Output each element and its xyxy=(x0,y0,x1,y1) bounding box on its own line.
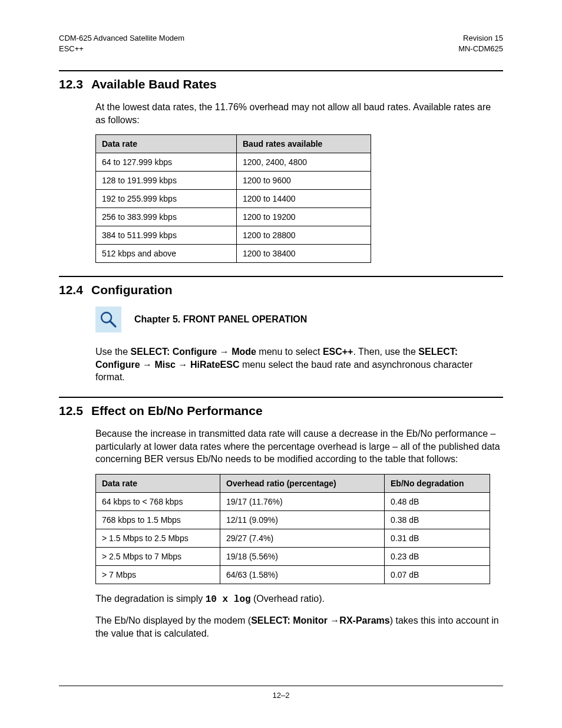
table-cell: 1200 to 38400 xyxy=(237,245,371,263)
table-cell: 1200 to 19200 xyxy=(237,208,371,226)
table-cell: 0.07 dB xyxy=(385,565,490,584)
table-cell: 1200, 2400, 4800 xyxy=(237,153,371,172)
footer-rule xyxy=(59,686,503,686)
table-row: 512 kbps and above1200 to 38400 xyxy=(96,245,371,263)
table-cell: 512 kbps and above xyxy=(96,245,237,263)
section-number: 12.5 xyxy=(59,404,91,418)
table-header: Eb/No degradation xyxy=(385,474,490,492)
magnifier-icon xyxy=(95,307,121,332)
arrow-icon: → xyxy=(220,347,229,357)
table-cell: 12/11 (9.09%) xyxy=(220,510,385,529)
table-cell: 0.48 dB xyxy=(385,492,490,510)
table-cell: 64 kbps to < 768 kbps xyxy=(96,492,220,510)
table-row: > 7 Mbps64/63 (1.58%)0.07 dB xyxy=(96,565,490,584)
table-cell: > 1.5 Mbps to 2.5 Mbps xyxy=(96,529,220,547)
table-cell: 128 to 191.999 kbps xyxy=(96,172,237,190)
table-cell: 19/18 (5.56%) xyxy=(220,547,385,565)
arrow-icon: → xyxy=(330,615,339,625)
intro-text: Because the increase in transmitted data… xyxy=(95,427,503,466)
section-title: Available Baud Rates xyxy=(91,77,217,91)
section-number: 12.4 xyxy=(59,283,91,297)
section-title: Effect on Eb/No Performance xyxy=(91,404,263,418)
page-footer: 12–2 xyxy=(59,686,503,700)
table-row: 64 to 127.999 kbps1200, 2400, 4800 xyxy=(96,153,371,172)
table-cell: 1200 to 9600 xyxy=(237,172,371,190)
table-cell: 19/17 (11.76%) xyxy=(220,492,385,510)
table-cell: > 2.5 Mbps to 7 Mbps xyxy=(96,547,220,565)
header-revision: Revision 15 xyxy=(458,33,503,44)
table-header: Data rate xyxy=(96,474,220,492)
section-rule xyxy=(59,70,503,71)
table-row: 128 to 191.999 kbps1200 to 9600 xyxy=(96,172,371,190)
section-heading-12-4: 12.4 Configuration xyxy=(59,283,503,297)
config-instruction: Use the SELECT: Configure → Mode menu to… xyxy=(95,345,503,384)
table-row: 256 to 383.999 kbps1200 to 19200 xyxy=(96,208,371,226)
table-cell: > 7 Mbps xyxy=(96,565,220,584)
table-cell: 29/27 (7.4%) xyxy=(220,529,385,547)
table-row: 768 kbps to 1.5 Mbps12/11 (9.09%)0.38 dB xyxy=(96,510,490,529)
page-header: CDM-625 Advanced Satellite Modem ESC++ R… xyxy=(59,33,503,54)
header-doc-title: CDM-625 Advanced Satellite Modem xyxy=(59,33,184,44)
table-cell: 0.31 dB xyxy=(385,529,490,547)
section-body-12-3: At the lowest data rates, the 11.76% ove… xyxy=(95,101,503,263)
page-number: 12–2 xyxy=(59,691,503,700)
degradation-table: Data rate Overhead ratio (percentage) Eb… xyxy=(95,474,490,584)
section-body-12-4: Chapter 5. FRONT PANEL OPERATION Use the… xyxy=(95,307,503,384)
arrow-icon: → xyxy=(143,360,152,370)
header-left: CDM-625 Advanced Satellite Modem ESC++ xyxy=(59,33,184,54)
table-cell: 192 to 255.999 kbps xyxy=(96,190,237,208)
section-heading-12-5: 12.5 Effect on Eb/No Performance xyxy=(59,404,503,418)
section-title: Configuration xyxy=(91,283,173,297)
table-cell: 1200 to 14400 xyxy=(237,190,371,208)
section-rule xyxy=(59,276,503,277)
table-header: Overhead ratio (percentage) xyxy=(220,474,385,492)
table-cell: 0.23 dB xyxy=(385,547,490,565)
section-number: 12.3 xyxy=(59,77,91,91)
section-heading-12-3: 12.3 Available Baud Rates xyxy=(59,77,503,91)
table-cell: 384 to 511.999 kbps xyxy=(96,226,237,245)
table-cell: 64/63 (1.58%) xyxy=(220,565,385,584)
table-row: > 2.5 Mbps to 7 Mbps19/18 (5.56%)0.23 dB xyxy=(96,547,490,565)
table-cell: 768 kbps to 1.5 Mbps xyxy=(96,510,220,529)
section-rule xyxy=(59,397,503,398)
intro-text: At the lowest data rates, the 11.76% ove… xyxy=(95,101,503,126)
header-section: ESC++ xyxy=(59,44,184,54)
arrow-icon: → xyxy=(178,360,187,370)
section-body-12-5: Because the increase in transmitted data… xyxy=(95,427,503,640)
table-row: 192 to 255.999 kbps1200 to 14400 xyxy=(96,190,371,208)
svg-line-1 xyxy=(110,321,115,327)
degradation-formula: The degradation is simply 10 x log (Over… xyxy=(95,592,503,607)
reference-text: Chapter 5. FRONT PANEL OPERATION xyxy=(134,314,307,325)
table-header: Baud rates available xyxy=(237,135,371,153)
table-header: Data rate xyxy=(96,135,237,153)
table-cell: 64 to 127.999 kbps xyxy=(96,153,237,172)
table-cell: 256 to 383.999 kbps xyxy=(96,208,237,226)
reference-row: Chapter 5. FRONT PANEL OPERATION xyxy=(95,307,503,332)
header-right: Revision 15 MN-CDM625 xyxy=(458,33,503,54)
table-cell: 0.38 dB xyxy=(385,510,490,529)
table-row: 384 to 511.999 kbps1200 to 28800 xyxy=(96,226,371,245)
header-docnum: MN-CDM625 xyxy=(458,44,503,54)
baud-rate-table: Data rate Baud rates available 64 to 127… xyxy=(95,134,371,263)
document-page: CDM-625 Advanced Satellite Modem ESC++ R… xyxy=(0,0,562,728)
table-cell: 1200 to 28800 xyxy=(237,226,371,245)
ebno-note: The Eb/No displayed by the modem (SELECT… xyxy=(95,614,503,640)
table-row: > 1.5 Mbps to 2.5 Mbps29/27 (7.4%)0.31 d… xyxy=(96,529,490,547)
table-row: 64 kbps to < 768 kbps19/17 (11.76%)0.48 … xyxy=(96,492,490,510)
